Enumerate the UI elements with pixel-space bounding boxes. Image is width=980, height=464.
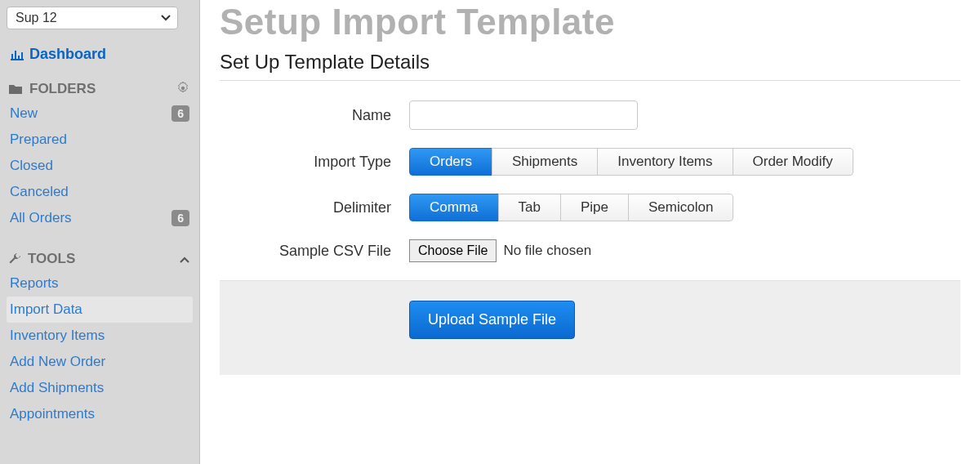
folder-item-closed[interactable]: Closed: [7, 153, 193, 179]
count-badge: 6: [172, 210, 189, 226]
template-form: Name Import Type Orders Shipments Invent…: [220, 100, 960, 262]
tools-item-appointments[interactable]: Appointments: [7, 401, 193, 427]
upload-sample-file-button[interactable]: Upload Sample File: [409, 301, 575, 339]
nav-item-label: Appointments: [10, 406, 95, 422]
delimiter-option-tab[interactable]: Tab: [498, 194, 561, 221]
dashboard-label: Dashboard: [29, 46, 106, 63]
chart-icon: [10, 49, 24, 60]
nav-item-label: Canceled: [10, 184, 69, 200]
delimiter-group: Comma Tab Pipe Semicolon: [409, 194, 733, 221]
tools-section-header[interactable]: TOOLS: [7, 246, 193, 270]
sample-csv-label: Sample CSV File: [220, 243, 409, 260]
sidebar: Sup 12 Dashboard FOLDERS New 6 Prepared …: [0, 0, 200, 464]
form-row-delimiter: Delimiter Comma Tab Pipe Semicolon: [220, 194, 960, 221]
file-status-text: No file chosen: [503, 243, 591, 259]
subheading: Set Up Template Details: [220, 51, 960, 81]
form-row-name: Name: [220, 100, 960, 130]
form-row-sample-csv: Sample CSV File Choose File No file chos…: [220, 239, 960, 262]
delimiter-option-semicolon[interactable]: Semicolon: [628, 194, 733, 221]
dashboard-link[interactable]: Dashboard: [7, 41, 193, 76]
import-type-option-shipments[interactable]: Shipments: [492, 148, 598, 176]
nav-item-label: All Orders: [10, 210, 72, 226]
nav-item-label: Prepared: [10, 132, 67, 148]
nav-item-label: Add Shipments: [10, 380, 104, 396]
action-bar: Upload Sample File: [220, 280, 960, 375]
name-input[interactable]: [409, 100, 638, 130]
nav-item-label: New: [10, 105, 38, 122]
form-row-import-type: Import Type Orders Shipments Inventory I…: [220, 148, 960, 176]
page-title: Setup Import Template: [220, 2, 960, 42]
svg-point-0: [181, 86, 185, 89]
import-type-option-inventory-items[interactable]: Inventory Items: [597, 148, 733, 176]
folder-item-canceled[interactable]: Canceled: [7, 179, 193, 205]
wrench-icon: [8, 252, 21, 265]
file-chooser: Choose File No file chosen: [409, 239, 591, 262]
tools-item-import-data[interactable]: Import Data: [7, 297, 193, 323]
chevron-down-icon: [161, 12, 171, 24]
main-content: Setup Import Template Set Up Template De…: [200, 0, 980, 464]
folder-item-prepared[interactable]: Prepared: [7, 127, 193, 153]
org-select[interactable]: Sup 12: [7, 7, 178, 29]
delimiter-label: Delimiter: [220, 199, 409, 216]
nav-item-label: Closed: [10, 158, 53, 174]
tools-item-add-new-order[interactable]: Add New Order: [7, 349, 193, 375]
folders-section-header[interactable]: FOLDERS: [7, 76, 193, 100]
choose-file-button[interactable]: Choose File: [409, 239, 497, 262]
folder-icon: [8, 83, 23, 95]
delimiter-option-pipe[interactable]: Pipe: [560, 194, 629, 221]
tools-item-reports[interactable]: Reports: [7, 270, 193, 297]
caret-up-icon: [180, 252, 189, 265]
tools-item-inventory-items[interactable]: Inventory Items: [7, 323, 193, 349]
nav-item-label: Inventory Items: [10, 328, 105, 344]
nav-item-label: Reports: [10, 275, 59, 292]
count-badge: 6: [172, 105, 189, 122]
gear-icon[interactable]: [176, 82, 189, 97]
import-type-label: Import Type: [220, 154, 409, 171]
folder-item-all-orders[interactable]: All Orders 6: [7, 205, 193, 231]
name-label: Name: [220, 107, 409, 124]
import-type-option-order-modify[interactable]: Order Modify: [733, 148, 853, 176]
folders-header-label: FOLDERS: [29, 81, 96, 97]
tools-header-label: TOOLS: [28, 251, 75, 267]
folder-item-new[interactable]: New 6: [7, 100, 193, 127]
tools-item-add-shipments[interactable]: Add Shipments: [7, 375, 193, 401]
org-select-value: Sup 12: [16, 11, 57, 25]
nav-item-label: Add New Order: [10, 354, 105, 370]
import-type-option-orders[interactable]: Orders: [409, 148, 492, 176]
import-type-group: Orders Shipments Inventory Items Order M…: [409, 148, 853, 176]
delimiter-option-comma[interactable]: Comma: [409, 194, 499, 221]
nav-item-label: Import Data: [10, 301, 82, 318]
